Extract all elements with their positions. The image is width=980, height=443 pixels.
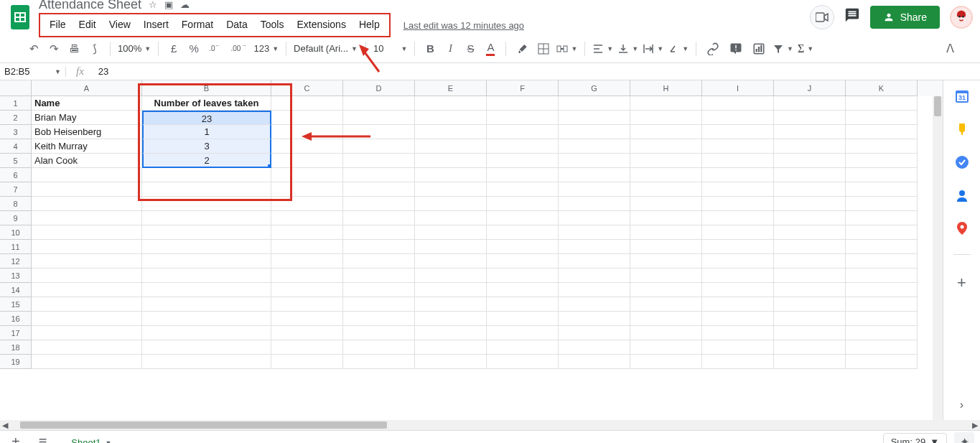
- horizontal-scrollbar[interactable]: ◀ ▶: [0, 420, 980, 430]
- cell[interactable]: [343, 96, 415, 111]
- cell[interactable]: [487, 211, 559, 225]
- cell[interactable]: [559, 340, 630, 355]
- explore-button[interactable]: ✦: [954, 432, 974, 444]
- cell[interactable]: [702, 168, 774, 182]
- cell[interactable]: [559, 326, 630, 340]
- menu-format[interactable]: Format: [175, 16, 220, 33]
- cell[interactable]: [415, 154, 487, 168]
- cell[interactable]: [271, 111, 343, 125]
- cell[interactable]: 2: [142, 154, 271, 168]
- cell[interactable]: [271, 168, 343, 182]
- cell[interactable]: [846, 211, 918, 225]
- row-header[interactable]: 6: [0, 168, 32, 182]
- cell[interactable]: [32, 211, 142, 225]
- cell[interactable]: [702, 139, 774, 154]
- last-edit-link[interactable]: Last edit was 12 minutes ago: [403, 20, 524, 31]
- cell[interactable]: [32, 168, 142, 182]
- cell[interactable]: [271, 326, 343, 340]
- print-icon[interactable]: 🖶: [66, 39, 83, 57]
- cell[interactable]: [32, 197, 142, 211]
- cell[interactable]: [343, 125, 415, 139]
- cell[interactable]: [630, 312, 702, 326]
- cell[interactable]: [487, 254, 559, 269]
- cell[interactable]: [415, 139, 487, 154]
- cell[interactable]: [32, 355, 142, 369]
- cell[interactable]: [630, 154, 702, 168]
- cell[interactable]: [559, 182, 630, 197]
- cell[interactable]: [343, 225, 415, 240]
- decrease-decimal-button[interactable]: .0←: [206, 42, 223, 55]
- cell[interactable]: [630, 125, 702, 139]
- row-header[interactable]: 15: [0, 297, 32, 312]
- horizontal-align-dropdown[interactable]: ▼: [592, 43, 613, 55]
- cell[interactable]: [142, 297, 271, 312]
- cell[interactable]: [630, 326, 702, 340]
- cell[interactable]: [487, 283, 559, 297]
- row-header[interactable]: 3: [0, 125, 32, 139]
- cell[interactable]: [415, 96, 487, 111]
- cell[interactable]: [630, 283, 702, 297]
- cell[interactable]: [774, 297, 846, 312]
- cell[interactable]: [32, 240, 142, 254]
- cell[interactable]: [702, 154, 774, 168]
- cell[interactable]: [774, 326, 846, 340]
- merge-cells-dropdown[interactable]: ▼: [556, 43, 577, 55]
- cell[interactable]: Keith Murray: [32, 139, 142, 154]
- cell[interactable]: [343, 269, 415, 283]
- cell[interactable]: [774, 125, 846, 139]
- cell[interactable]: [142, 283, 271, 297]
- increase-decimal-button[interactable]: .00→: [228, 42, 250, 55]
- font-size-dropdown[interactable]: 10▼: [373, 43, 407, 54]
- filter-dropdown[interactable]: ▼: [773, 43, 793, 55]
- cell[interactable]: [142, 240, 271, 254]
- cell[interactable]: [846, 326, 918, 340]
- cell[interactable]: [630, 197, 702, 211]
- zoom-dropdown[interactable]: 100%▼: [118, 43, 151, 54]
- cell[interactable]: [343, 326, 415, 340]
- cell[interactable]: [343, 211, 415, 225]
- add-sheet-button[interactable]: +: [6, 431, 26, 443]
- cell[interactable]: [774, 312, 846, 326]
- cell[interactable]: [32, 269, 142, 283]
- insert-comment-icon[interactable]: [727, 39, 745, 58]
- cell[interactable]: [630, 182, 702, 197]
- cell[interactable]: [846, 197, 918, 211]
- cell[interactable]: [559, 297, 630, 312]
- row-header[interactable]: 17: [0, 326, 32, 340]
- cell[interactable]: [774, 182, 846, 197]
- cell[interactable]: [630, 139, 702, 154]
- move-icon[interactable]: ▣: [164, 0, 173, 10]
- meet-button[interactable]: [810, 5, 834, 29]
- cell[interactable]: [142, 254, 271, 269]
- cell[interactable]: [271, 96, 343, 111]
- cell[interactable]: [846, 125, 918, 139]
- quicksum-dropdown[interactable]: Sum: 29▼: [883, 433, 947, 443]
- cell[interactable]: [630, 225, 702, 240]
- cell[interactable]: [630, 240, 702, 254]
- add-addon-icon[interactable]: +: [957, 274, 966, 292]
- row-header[interactable]: 18: [0, 340, 32, 355]
- cell[interactable]: [846, 168, 918, 182]
- cell[interactable]: [487, 125, 559, 139]
- cell[interactable]: [271, 355, 343, 369]
- cell[interactable]: [487, 168, 559, 182]
- col-header-I[interactable]: I: [702, 80, 774, 96]
- cell[interactable]: [774, 269, 846, 283]
- cell[interactable]: [142, 326, 271, 340]
- cell[interactable]: [630, 269, 702, 283]
- bold-button[interactable]: B: [422, 39, 438, 57]
- cell[interactable]: [630, 96, 702, 111]
- cell[interactable]: [846, 283, 918, 297]
- menu-data[interactable]: Data: [220, 16, 254, 33]
- cell[interactable]: [415, 297, 487, 312]
- undo-icon[interactable]: ↶: [26, 39, 42, 58]
- cell[interactable]: [846, 340, 918, 355]
- maps-icon[interactable]: [955, 221, 969, 236]
- cell[interactable]: [774, 168, 846, 182]
- cell[interactable]: [32, 326, 142, 340]
- cell[interactable]: [487, 197, 559, 211]
- cell[interactable]: [142, 355, 271, 369]
- cell[interactable]: [487, 139, 559, 154]
- cell[interactable]: [487, 154, 559, 168]
- cell[interactable]: [415, 182, 487, 197]
